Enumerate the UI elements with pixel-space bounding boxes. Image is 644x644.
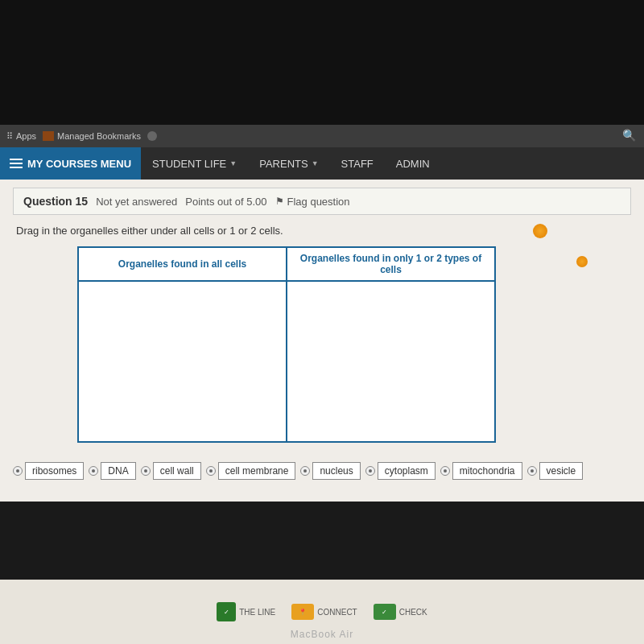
- nav-student-life[interactable]: STUDENT LIFE ▼: [141, 147, 248, 180]
- decoration-dot-1: [533, 224, 547, 238]
- decoration-dot-2: [576, 256, 588, 267]
- main-content: Question 15 Not yet answered Points out …: [0, 180, 644, 502]
- chevron-down-icon: ▼: [229, 159, 237, 167]
- drag-item-vesicle[interactable]: vesicle: [527, 462, 584, 480]
- apps-label[interactable]: ⠿ Apps: [6, 131, 36, 142]
- drag-handle-cytoplasm: [365, 466, 375, 476]
- col2-drop-zone[interactable]: [287, 281, 495, 442]
- drag-handle-cell-wall: [141, 466, 151, 476]
- drag-handle-vesicle: [527, 466, 537, 476]
- search-icon[interactable]: 🔍: [622, 129, 636, 142]
- chevron-down-icon: ▼: [312, 159, 319, 167]
- organelles-table: Organelles found in all cells Organelles…: [77, 246, 496, 443]
- draggables-row: ribosomes DNA cell wall cell membrane nu…: [13, 459, 631, 483]
- drag-handle-dna: [89, 466, 98, 476]
- question-section: Question 15 Not yet answered Points out …: [0, 180, 644, 502]
- drag-handle-mitochondria: [440, 466, 450, 476]
- question-number: Question 15: [23, 195, 88, 208]
- nav-staff[interactable]: STAFF: [330, 147, 385, 180]
- bottom-icon-2: 📍: [291, 604, 314, 620]
- col2-header: Organelles found in only 1 or 2 types of…: [287, 247, 495, 281]
- points-label: Points out of 5.00: [185, 196, 266, 208]
- drag-handle-cell-membrane: [206, 466, 216, 476]
- col1-header: Organelles found in all cells: [78, 247, 287, 281]
- flag-icon: ⚑: [275, 196, 284, 207]
- drag-handle-nucleus: [300, 466, 310, 476]
- drag-item-nucleus[interactable]: nucleus: [300, 462, 360, 480]
- hamburger-icon: [10, 159, 23, 168]
- bottom-item-1: ✓ THE LINE: [217, 602, 275, 621]
- nav-items: STUDENT LIFE ▼ PARENTS ▼ STAFF ADMIN: [141, 147, 441, 180]
- bottom-item-2: 📍 CONNECT: [291, 604, 357, 620]
- col1-drop-zone[interactable]: [78, 281, 287, 442]
- drag-item-ribosomes[interactable]: ribosomes: [13, 462, 84, 480]
- drag-item-cytoplasm[interactable]: cytoplasm: [365, 462, 436, 480]
- question-header: Question 15 Not yet answered Points out …: [13, 188, 631, 215]
- flag-question-button[interactable]: ⚑ Flag question: [275, 196, 350, 208]
- drag-item-mitochondria[interactable]: mitochondria: [440, 462, 522, 480]
- drag-item-cell-wall[interactable]: cell wall: [141, 462, 201, 480]
- bookmark-icon: [43, 131, 54, 141]
- nav-admin[interactable]: ADMIN: [385, 147, 441, 180]
- nav-parents[interactable]: PARENTS ▼: [248, 147, 329, 180]
- bottom-icon-1: ✓: [217, 602, 236, 621]
- courses-menu-button[interactable]: MY COURSES MENU: [0, 147, 141, 180]
- not-answered-label: Not yet answered: [96, 196, 177, 208]
- tab-icon: [147, 131, 157, 141]
- bottom-item-3: ✓ CHECK: [374, 604, 427, 620]
- drag-handle-ribosomes: [13, 466, 23, 476]
- macbook-label: MacBook Air: [291, 629, 353, 640]
- drag-item-cell-membrane[interactable]: cell membrane: [206, 462, 296, 480]
- nav-bar: MY COURSES MENU STUDENT LIFE ▼ PARENTS ▼…: [0, 147, 644, 180]
- drag-table-container: Organelles found in all cells Organelles…: [77, 246, 496, 443]
- drag-item-dna[interactable]: DNA: [89, 462, 135, 480]
- bottom-icon-3: ✓: [374, 604, 396, 620]
- managed-bookmarks[interactable]: Managed Bookmarks: [43, 131, 141, 141]
